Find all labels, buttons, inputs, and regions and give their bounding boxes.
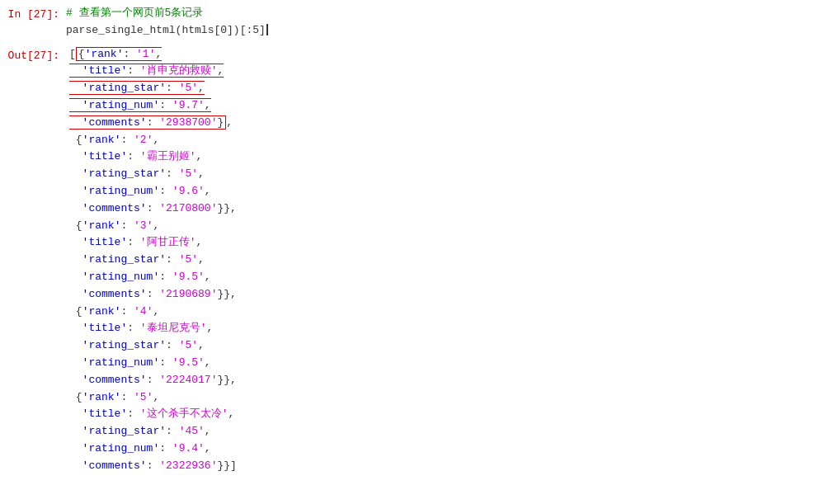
input-label: In [27]: xyxy=(0,3,66,41)
code-text: parse_single_html(htmls[0])[:5] xyxy=(66,24,266,36)
output-pre: [{'rank': '1', 'title': '肖申克的救赎', 'ratin… xyxy=(69,46,834,475)
input-content[interactable]: # 查看第一个网页前5条记录 parse_single_html(htmls[0… xyxy=(66,3,834,41)
notebook-cell: In [27]: # 查看第一个网页前5条记录 parse_single_htm… xyxy=(0,0,834,504)
code-line: parse_single_html(htmls[0])[:5] xyxy=(66,22,834,40)
comment-line: # 查看第一个网页前5条记录 xyxy=(66,5,834,22)
cursor xyxy=(266,24,268,35)
output-label: Out[27]: xyxy=(0,45,66,477)
output-content: [{'rank': '1', 'title': '肖申克的救赎', 'ratin… xyxy=(66,45,834,477)
